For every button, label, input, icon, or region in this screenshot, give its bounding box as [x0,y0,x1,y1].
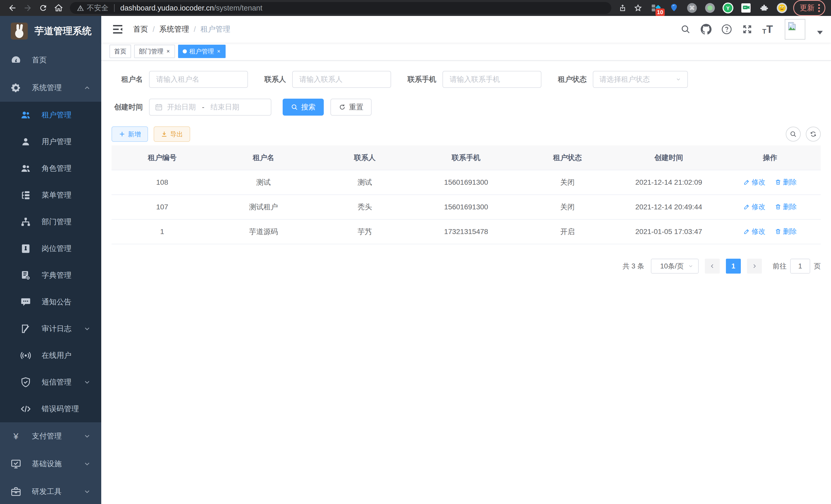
edit-link[interactable]: 修改 [743,178,766,187]
search-button-label: 搜索 [301,102,316,112]
edit-link[interactable]: 修改 [743,202,766,211]
status-select[interactable]: 请选择租户状态 [593,71,688,88]
font-size-button[interactable]: TT [762,24,773,35]
browser-home-button[interactable] [52,1,65,14]
sidebar-collapse-icon[interactable] [112,23,124,35]
search-button[interactable]: 搜索 [283,99,324,116]
tab-tenant[interactable]: 租户管理 × [178,45,226,58]
next-page-button[interactable] [747,259,762,274]
green-chat-icon [741,3,751,13]
reload-icon [39,4,48,12]
sidebar-item-error-code[interactable]: 错误码管理 [0,395,101,422]
toggle-search-button[interactable] [786,127,801,142]
sidebar-item-sms[interactable]: 短信管理 [0,369,101,395]
sidebar-item-menu[interactable]: 菜单管理 [0,182,101,209]
extension-balloon-icon[interactable] [668,2,680,13]
extension-command-icon[interactable]: ⌘ [686,2,698,13]
header-search-button[interactable] [680,24,691,35]
browser-share-button[interactable] [616,1,629,14]
chevron-down-icon [83,488,91,496]
page-size-select[interactable]: 10条/页 [651,259,699,274]
sidebar-item-label: 系统管理 [32,83,62,93]
edit-link[interactable]: 修改 [743,227,766,236]
sidebar-item-dept[interactable]: 部门管理 [0,209,101,235]
tab-home[interactable]: 首页 [110,45,131,58]
org-chart-icon [20,216,31,228]
breadcrumb-home[interactable]: 首页 [133,24,148,34]
sidebar-item-dict[interactable]: 字典管理 [0,262,101,289]
extensions-puzzle-button[interactable] [758,2,770,13]
active-tab-dot [183,49,187,53]
contact-input[interactable] [292,71,391,88]
cell-contact: 测试 [314,170,416,195]
delete-link[interactable]: 删除 [775,202,797,211]
delete-link[interactable]: 删除 [775,178,797,187]
sidebar-item-home[interactable]: 首页 [0,46,101,74]
table-row: 107 测试租户 秃头 15601691300 关闭 2021-12-14 20… [112,195,821,219]
record-dot-icon [705,3,715,13]
prev-page-button[interactable] [705,259,720,274]
breadcrumb-system[interactable]: 系统管理 [159,24,189,34]
sidebar-item-post[interactable]: 岗位管理 [0,235,101,262]
sidebar-item-role[interactable]: 角色管理 [0,155,101,182]
sidebar-item-dev-tools[interactable]: 研发工具 [0,478,101,504]
browser-reload-button[interactable] [36,1,50,14]
add-button[interactable]: 新增 [112,126,148,142]
cell-actions: 修改 删除 [719,170,821,195]
help-doc-button[interactable] [721,24,732,35]
fullscreen-button[interactable] [742,24,753,35]
user-avatar[interactable] [785,19,805,39]
extension-devtools-icon[interactable]: 10 [650,2,662,13]
tenant-name-input[interactable] [149,71,248,88]
table-row: 108 测试 测试 15601691300 关闭 2021-12-14 21:0… [112,170,821,195]
tab-close-icon[interactable]: × [166,48,170,55]
shield-check-icon [20,377,31,388]
cell-phone: 15601691300 [416,195,517,219]
browser-forward-button[interactable] [21,1,34,14]
cell-phone: 15601691300 [416,170,517,195]
tab-dept[interactable]: 部门管理 × [134,45,175,58]
sidebar-item-user[interactable]: 用户管理 [0,128,101,155]
extension-chat-icon[interactable] [740,2,752,13]
sidebar-item-infra[interactable]: 基础设施 [0,450,101,478]
sidebar-item-audit-log[interactable]: 审计日志 [0,316,101,342]
address-bar[interactable]: 不安全 dashboard.yudao.iocoder.cn/system/te… [70,2,611,14]
chevron-down-icon [83,325,91,333]
cell-contact: 秃头 [314,195,416,219]
sidebar-item-online-users[interactable]: 在线用户 [0,342,101,369]
briefcase-icon [10,486,22,497]
page-number-1[interactable]: 1 [726,259,741,274]
browser-menu-icon[interactable] [818,4,820,12]
tab-close-icon[interactable]: × [217,48,221,55]
delete-link[interactable]: 删除 [775,227,797,236]
breadcrumb-separator: / [194,25,196,34]
logo-rabbit-icon [11,23,28,39]
export-button[interactable]: 导出 [154,126,190,142]
goto-label: 前往 [773,262,786,271]
browser-profile-avatar[interactable] [776,2,787,13]
sidebar-item-system[interactable]: 系统管理 [0,74,101,102]
sidebar-item-tenant[interactable]: 租户管理 [0,102,101,128]
goto-page-input[interactable] [790,259,810,274]
update-label: 更新 [800,3,814,13]
edit-label: 修改 [752,227,766,236]
sidebar-menu: 首页 系统管理 租户管理 用户管理 角色管理 菜单管理 [0,46,101,504]
avatar-caret-icon[interactable] [817,31,823,34]
extension-recorder-icon[interactable] [704,2,716,13]
reset-button[interactable]: 重置 [331,99,372,116]
warning-triangle-icon [77,4,84,12]
security-indicator[interactable]: 不安全 [77,3,109,13]
browser-bookmark-button[interactable] [631,1,645,14]
refresh-table-button[interactable] [806,127,821,142]
date-range-picker[interactable]: 开始日期 - 结束日期 [149,99,271,116]
code-icon [20,403,31,415]
cell-status: 关闭 [517,170,618,195]
browser-update-button[interactable]: 更新 [793,0,825,16]
phone-input[interactable] [442,71,541,88]
app-logo[interactable]: 芋道管理系统 [0,16,101,46]
github-link-button[interactable] [700,24,712,35]
extension-yuque-icon[interactable]: Y [722,2,734,13]
sidebar-item-notice[interactable]: 通知公告 [0,289,101,316]
sidebar-item-pay[interactable]: ¥ 支付管理 [0,422,101,450]
browser-back-button[interactable] [6,1,19,14]
